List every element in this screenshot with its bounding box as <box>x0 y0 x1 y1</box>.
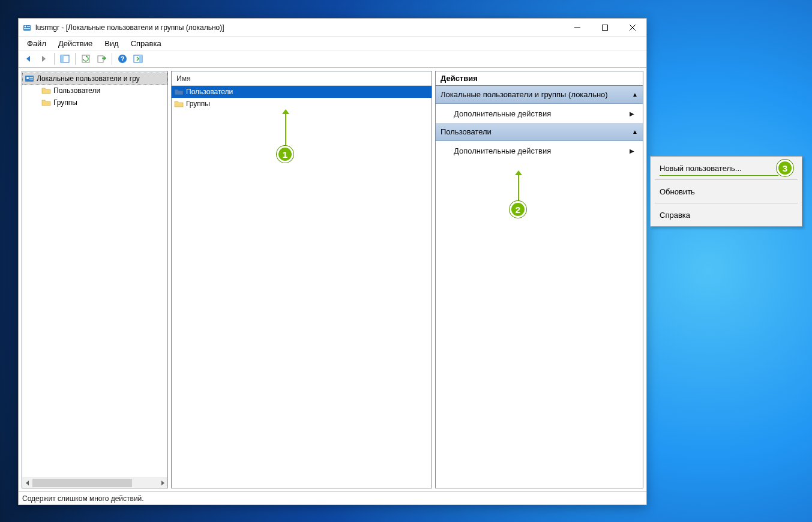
toolbar-separator <box>112 53 112 65</box>
folder-icon <box>41 86 51 95</box>
lusrmgr-icon <box>25 74 34 83</box>
tree: Локальные пользователи и гру Пользовател… <box>22 71 167 109</box>
toolbar-separator <box>75 53 76 65</box>
menu-item-label: Новый пользователь... <box>660 164 742 173</box>
folder-icon <box>174 99 184 109</box>
minimize-button[interactable] <box>564 19 591 37</box>
panel-icon <box>60 54 70 64</box>
list-pane: Имя Пользователи Группы <box>171 71 432 488</box>
mmc-window: lusrmgr - [Локальные пользователи и груп… <box>18 18 647 505</box>
forward-button[interactable] <box>37 52 51 66</box>
actions-section-label: Локальные пользователи и группы (локальн… <box>441 90 608 99</box>
actions-more-users[interactable]: Дополнительные действия ▶ <box>436 141 643 160</box>
scroll-left-icon[interactable] <box>22 478 32 488</box>
menu-refresh[interactable]: Обновить <box>652 182 800 201</box>
menubar: Файл Действие Вид Справка <box>19 37 646 50</box>
refresh-icon <box>81 54 91 64</box>
svg-rect-15 <box>139 55 142 62</box>
svg-text:?: ? <box>121 55 125 62</box>
window-title: lusrmgr - [Локальные пользователи и груп… <box>35 23 224 32</box>
list-column-name[interactable]: Имя <box>172 71 432 86</box>
folder-icon <box>41 98 51 107</box>
maximize-icon <box>602 25 608 31</box>
annotation-arrow <box>518 175 519 202</box>
close-button[interactable] <box>619 19 646 37</box>
tree-item-users[interactable]: Пользователи <box>22 85 167 97</box>
actions-section-root[interactable]: Локальные пользователи и группы (локальн… <box>436 86 643 104</box>
scroll-track[interactable] <box>32 478 157 488</box>
minimize-icon <box>574 25 580 31</box>
arrow-left-icon <box>23 54 33 64</box>
tree-pane: Локальные пользователи и гру Пользовател… <box>22 71 168 488</box>
tree-root[interactable]: Локальные пользователи и гру <box>22 73 167 85</box>
help-button[interactable]: ? <box>115 52 130 66</box>
svg-rect-11 <box>98 56 103 62</box>
actions-section-users[interactable]: Пользователи ▲ <box>436 123 643 141</box>
tree-item-label: Группы <box>53 98 77 107</box>
actions-pane-title: Действия <box>436 71 643 86</box>
actions-pane: Действия Локальные пользователи и группы… <box>435 71 643 488</box>
status-text: Содержит слишком много действий. <box>22 494 144 503</box>
folder-icon <box>174 87 184 97</box>
annotation-badge-2: 2 <box>510 201 526 218</box>
svg-point-17 <box>26 77 29 79</box>
chevron-right-icon: ▶ <box>630 110 634 117</box>
list-item-users[interactable]: Пользователи <box>172 86 432 98</box>
tree-item-groups[interactable]: Группы <box>22 97 167 109</box>
toolbar-separator <box>54 53 55 65</box>
show-hide-actions-button[interactable] <box>131 52 145 66</box>
chevron-right-icon: ▶ <box>630 148 634 154</box>
svg-rect-19 <box>29 79 33 80</box>
annotation-arrow <box>285 114 286 147</box>
statusbar: Содержит слишком много действий. <box>19 491 646 505</box>
menu-separator <box>655 179 798 180</box>
show-hide-tree-button[interactable] <box>58 52 72 66</box>
actions-section-label: Пользователи <box>441 127 492 136</box>
list-item-groups[interactable]: Группы <box>172 98 432 110</box>
h-scrollbar[interactable] <box>22 478 167 488</box>
menu-action[interactable]: Действие <box>53 38 97 49</box>
workspace: Локальные пользователи и гру Пользовател… <box>19 68 646 491</box>
svg-rect-5 <box>603 25 608 30</box>
menu-file[interactable]: Файл <box>22 38 51 49</box>
back-button[interactable] <box>21 52 35 66</box>
svg-rect-9 <box>61 55 64 62</box>
titlebar[interactable]: lusrmgr - [Локальные пользователи и груп… <box>19 19 646 37</box>
list-item-label: Группы <box>186 100 210 108</box>
refresh-button[interactable] <box>79 52 93 66</box>
close-icon <box>630 25 636 31</box>
app-icon <box>22 23 32 32</box>
annotation-badge-1: 1 <box>277 146 293 163</box>
scroll-right-icon[interactable] <box>157 478 167 488</box>
arrow-right-icon <box>39 54 49 64</box>
panel-right-icon <box>133 54 143 64</box>
toolbar: ? <box>19 50 646 68</box>
svg-rect-18 <box>29 77 33 78</box>
menu-view[interactable]: Вид <box>100 38 124 49</box>
menu-item-label: Справка <box>660 211 690 220</box>
help-icon: ? <box>118 54 127 64</box>
actions-more-root[interactable]: Дополнительные действия ▶ <box>436 104 643 123</box>
tree-item-label: Пользователи <box>53 86 100 95</box>
menu-help[interactable]: Справка <box>126 38 166 49</box>
menu-help[interactable]: Справка <box>652 205 800 224</box>
annotation-badge-3: 3 <box>777 160 793 176</box>
svg-rect-2 <box>27 26 30 27</box>
svg-point-1 <box>25 25 26 27</box>
collapse-icon: ▲ <box>632 128 638 135</box>
export-icon <box>97 54 106 64</box>
tree-root-label: Локальные пользователи и гру <box>37 74 140 83</box>
menu-item-label: Обновить <box>660 187 695 196</box>
maximize-button[interactable] <box>591 19 619 37</box>
collapse-icon: ▲ <box>632 91 638 98</box>
actions-link-label: Дополнительные действия <box>454 109 551 118</box>
svg-rect-3 <box>24 28 30 29</box>
menu-separator <box>655 203 798 203</box>
export-button[interactable] <box>94 52 109 66</box>
list-item-label: Пользователи <box>186 88 233 96</box>
scroll-thumb[interactable] <box>32 479 132 487</box>
actions-link-label: Дополнительные действия <box>454 146 551 155</box>
